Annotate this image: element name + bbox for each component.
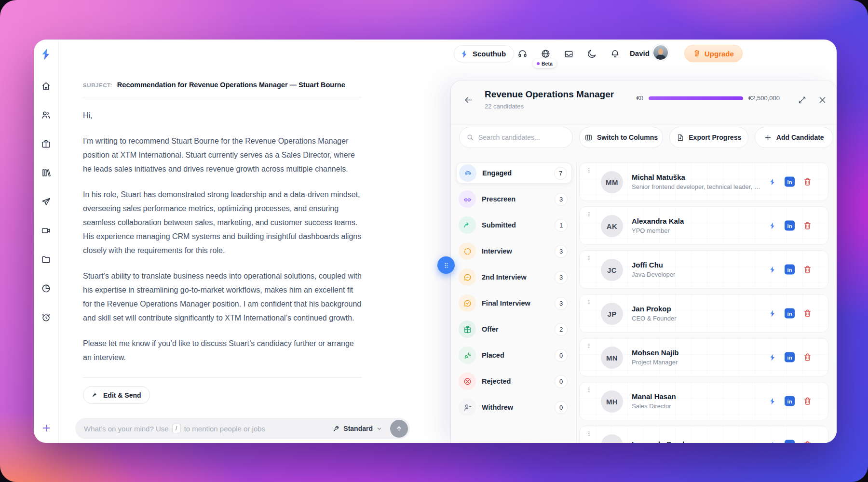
linkedin-icon[interactable]: in — [785, 177, 795, 187]
stage-offer[interactable]: Offer 2 — [456, 319, 572, 340]
moon-icon[interactable] — [587, 49, 597, 59]
scouthub-logo[interactable] — [40, 48, 53, 61]
globe-icon[interactable] — [541, 49, 551, 59]
drag-dots-icon — [443, 262, 450, 269]
candidate-actions: in — [769, 177, 812, 187]
trash-icon[interactable] — [803, 265, 812, 274]
email-body: Hi, I’m writing to recommend Stuart Bour… — [83, 108, 362, 364]
home-icon[interactable] — [41, 81, 51, 91]
back-button[interactable] — [461, 92, 476, 107]
linkedin-icon[interactable]: in — [785, 265, 795, 275]
scouthub-profile-icon[interactable] — [769, 266, 776, 273]
drag-handle-icon[interactable] — [586, 299, 592, 305]
user-name[interactable]: David — [630, 49, 650, 57]
trash-icon[interactable] — [803, 177, 812, 187]
send-icon[interactable] — [41, 197, 51, 207]
sidebar-add-button[interactable] — [41, 423, 52, 433]
alarm-icon[interactable] — [41, 312, 51, 322]
scouthub-profile-icon[interactable] — [769, 441, 776, 443]
stage-label: Engaged — [482, 169, 512, 177]
stage-submitted[interactable]: Submitted 1 — [456, 214, 572, 236]
scouthub-profile-icon[interactable] — [769, 309, 776, 317]
candidate-actions: in — [769, 265, 812, 275]
headphones-icon[interactable] — [517, 49, 528, 59]
stage-placed[interactable]: Placed 0 — [456, 345, 572, 366]
stage-engaged[interactable]: Engaged 7 — [456, 162, 572, 184]
candidate-info: Alexandra Kala YPO member — [632, 217, 684, 234]
stage-rejected[interactable]: Rejected 0 — [456, 371, 572, 392]
edit-send-button[interactable]: Edit & Send — [83, 386, 150, 404]
avatar: JC — [601, 259, 623, 281]
scouthub-profile-icon[interactable] — [769, 353, 776, 361]
drawer-drag-button[interactable] — [437, 256, 455, 274]
stage-prescreen[interactable]: Prescreen 3 — [456, 188, 572, 210]
linkedin-icon[interactable]: in — [785, 308, 795, 319]
drag-handle-icon[interactable] — [586, 343, 592, 349]
email-paragraph: Please let me know if you’d like to disc… — [83, 336, 362, 364]
candidate-search[interactable] — [459, 127, 573, 148]
job-drawer: Revenue Operations Manager 22 candidates… — [451, 80, 837, 443]
trash-icon[interactable] — [803, 441, 812, 443]
candidate-card[interactable]: JP Jan Prokop CEO & Founder in — [579, 294, 828, 333]
candidate-card[interactable]: JC Joffi Chu Java Developer in — [579, 250, 828, 289]
drag-handle-icon[interactable] — [586, 430, 592, 437]
avatar: JP — [601, 303, 623, 325]
linkedin-icon[interactable]: in — [785, 396, 795, 406]
video-icon[interactable] — [41, 226, 51, 236]
trash-icon[interactable] — [803, 353, 812, 362]
user-avatar[interactable] — [652, 44, 669, 61]
candidate-card[interactable]: LB Leonardo Beadov in — [579, 426, 828, 443]
candidate-card[interactable]: AK Alexandra Kala YPO member in — [579, 206, 828, 245]
brand-pill[interactable]: Scouthub — [454, 45, 514, 62]
bell-icon[interactable] — [610, 49, 620, 59]
stage-2nd-interview[interactable]: 2nd Interview 3 — [456, 267, 572, 288]
scouthub-profile-icon[interactable] — [769, 222, 776, 229]
upgrade-button[interactable]: Upgrade — [684, 45, 743, 62]
export-progress-button[interactable]: Export Progress — [669, 127, 748, 148]
submit-button[interactable] — [390, 420, 408, 438]
brand-label: Scouthub — [473, 50, 506, 58]
folder-icon[interactable] — [41, 254, 51, 265]
topbar-icons — [517, 45, 620, 62]
budget-max: €2,500,000 — [748, 94, 780, 102]
scouthub-profile-icon[interactable] — [769, 397, 776, 405]
mode-select[interactable]: Standard — [332, 425, 382, 432]
candidate-info: Manal Hasan Sales Director — [632, 392, 676, 410]
switch-columns-button[interactable]: Switch to Columns — [579, 127, 663, 148]
drag-handle-icon[interactable] — [586, 387, 592, 393]
trash-icon[interactable] — [803, 221, 812, 230]
trash-icon[interactable] — [803, 397, 812, 406]
drag-handle-icon[interactable] — [586, 255, 592, 261]
drag-handle-icon[interactable] — [586, 211, 592, 217]
stage-final-interview[interactable]: Final Interview 3 — [456, 293, 572, 314]
candidate-card[interactable]: MH Manal Hasan Sales Director in — [579, 382, 828, 420]
candidate-card[interactable]: MN Mohsen Najib Project Manager in — [579, 338, 828, 376]
candidate-name: Joffi Chu — [632, 261, 675, 269]
beta-label: Beta — [542, 61, 553, 67]
library-icon[interactable] — [41, 168, 51, 178]
expand-button[interactable] — [795, 93, 809, 107]
inbox-icon[interactable] — [564, 49, 574, 59]
composer-input[interactable]: What’s on your mind? Use / to mention pe… — [75, 418, 410, 439]
close-button[interactable] — [815, 93, 829, 107]
linkedin-icon[interactable]: in — [785, 221, 795, 231]
stage-count: 3 — [555, 271, 568, 284]
stage-withdrew[interactable]: Withdrew 0 — [456, 397, 572, 418]
candidate-card[interactable]: MM Michal Matuška Senior frontend develo… — [579, 162, 828, 201]
plus-icon — [764, 134, 772, 142]
add-candidate-button[interactable]: Add Candidate — [755, 127, 834, 148]
contacts-icon[interactable] — [41, 110, 51, 120]
jobs-icon[interactable] — [41, 139, 51, 149]
search-input[interactable] — [478, 134, 566, 141]
drag-handle-icon[interactable] — [586, 167, 592, 174]
pie-chart-icon[interactable] — [41, 283, 51, 294]
scouthub-profile-icon[interactable] — [769, 178, 776, 186]
linkedin-icon[interactable]: in — [785, 440, 795, 443]
candidate-info: Joffi Chu Java Developer — [632, 261, 675, 278]
gift-icon — [459, 321, 476, 338]
stage-interview[interactable]: Interview 3 — [456, 241, 572, 262]
candidate-name: Manal Hasan — [632, 392, 676, 401]
circle-x-icon — [459, 373, 476, 390]
linkedin-icon[interactable]: in — [785, 352, 795, 362]
trash-icon[interactable] — [803, 309, 812, 318]
